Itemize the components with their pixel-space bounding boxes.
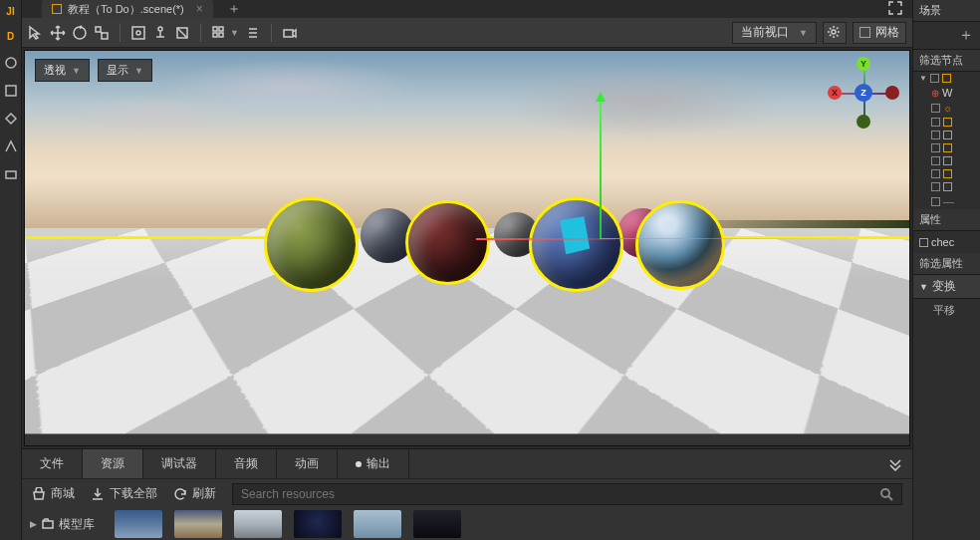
- center-panel: 教程（To Do）.scene(*) × ＋ ▼: [22, 0, 912, 540]
- tool-icon-5[interactable]: [4, 167, 18, 181]
- snap-tool-icon[interactable]: [130, 25, 146, 41]
- settings-button[interactable]: [823, 22, 847, 44]
- fullscreen-icon[interactable]: [888, 1, 902, 18]
- asset-thumb[interactable]: [115, 510, 162, 538]
- tree-node[interactable]: —: [913, 193, 980, 209]
- tool-icon-3[interactable]: [4, 112, 18, 126]
- close-tab-icon[interactable]: ×: [196, 2, 203, 16]
- scale-tool-icon[interactable]: [94, 25, 110, 41]
- rotate-tool-icon[interactable]: [72, 25, 88, 41]
- asset-thumb[interactable]: [354, 510, 401, 538]
- asset-folder[interactable]: ▶ 模型库: [30, 516, 95, 533]
- axis-y-arrow[interactable]: [600, 95, 602, 239]
- asset-thumb[interactable]: [234, 510, 282, 538]
- link-tool-icon[interactable]: [245, 25, 261, 41]
- filter-properties-header[interactable]: 筛选属性: [913, 253, 980, 275]
- tab-audio[interactable]: 音频: [216, 449, 277, 478]
- download-all-button[interactable]: 下载全部: [91, 485, 157, 502]
- axis-x-arrow[interactable]: [476, 238, 615, 240]
- gizmo-neg-x-axis[interactable]: [885, 86, 899, 100]
- gizmo-neg-y-axis[interactable]: [857, 115, 870, 129]
- resource-search-input[interactable]: [241, 487, 879, 501]
- gizmo-y-axis[interactable]: Y: [857, 57, 870, 71]
- tool-icon-2[interactable]: [4, 84, 18, 98]
- tab-output[interactable]: 输出: [338, 449, 409, 478]
- tree-node[interactable]: [913, 141, 980, 154]
- transform-tool-icon[interactable]: [174, 25, 190, 41]
- tree-light[interactable]: ☼: [913, 101, 980, 116]
- tab-animation[interactable]: 动画: [277, 449, 338, 478]
- grid-toggle-button[interactable]: 网格: [853, 22, 906, 44]
- svg-rect-2: [6, 171, 16, 178]
- tree-node[interactable]: [913, 180, 980, 193]
- tab-file[interactable]: 文件: [22, 449, 83, 478]
- scene-tab-title: 教程（To Do）.scene(*): [68, 2, 184, 17]
- view-mode-label: 透视: [44, 63, 66, 78]
- svg-rect-17: [43, 521, 53, 528]
- tree-node[interactable]: [913, 129, 980, 141]
- properties-checker[interactable]: chec: [913, 231, 980, 253]
- tab-debugger[interactable]: 调试器: [143, 449, 216, 478]
- axis-z-arrow[interactable]: [600, 238, 849, 239]
- viewport-container: 透视▼ 显示▼ Y X Z: [22, 48, 912, 448]
- viewport-mode-dropdown[interactable]: 当前视口 ▼: [732, 22, 817, 44]
- grid-icon: [859, 27, 870, 38]
- scene-tab-icon: [52, 4, 62, 14]
- display-mode-dropdown[interactable]: 显示▼: [98, 59, 152, 82]
- svg-rect-12: [213, 33, 217, 37]
- transform-section[interactable]: ▼变换: [913, 275, 980, 299]
- scene-panel-header: 场景: [913, 0, 980, 22]
- add-node-icon[interactable]: ＋: [958, 25, 974, 46]
- navigation-gizmo[interactable]: Y X Z: [828, 57, 899, 129]
- svg-point-8: [158, 27, 162, 31]
- grid-label: 网格: [875, 24, 899, 41]
- svg-rect-13: [219, 33, 223, 37]
- asset-thumbnails: [105, 510, 461, 538]
- sphere-chrome[interactable]: [635, 200, 725, 290]
- asset-browser: ▶ 模型库: [22, 508, 912, 540]
- asset-thumb[interactable]: [294, 510, 342, 538]
- view-mode-dropdown[interactable]: 透视▼: [35, 59, 90, 82]
- svg-rect-11: [219, 27, 223, 31]
- translate-property[interactable]: 平移: [913, 299, 980, 322]
- checker-icon: [919, 238, 928, 247]
- resource-search[interactable]: [232, 483, 902, 505]
- expand-icon[interactable]: ▶: [30, 519, 37, 529]
- refresh-button[interactable]: 刷新: [173, 485, 216, 502]
- app-logo-d: D: [7, 31, 14, 42]
- svg-point-0: [6, 58, 16, 68]
- camera-tool-icon[interactable]: [282, 25, 298, 41]
- tree-node[interactable]: [913, 167, 980, 180]
- move-tool-icon[interactable]: [50, 25, 66, 41]
- sun-icon: ☼: [943, 103, 952, 114]
- tool-icon-1[interactable]: [4, 56, 18, 70]
- add-node-row: ＋: [913, 22, 980, 50]
- tree-world[interactable]: ⊕W: [913, 85, 980, 101]
- tool-icon-4[interactable]: [4, 139, 18, 153]
- select-tool-icon[interactable]: [28, 25, 44, 41]
- asset-folder-label: 模型库: [59, 516, 95, 533]
- filter-nodes-header[interactable]: 筛选节点: [913, 50, 980, 72]
- add-tab-icon[interactable]: ＋: [227, 0, 241, 18]
- tree-node[interactable]: [913, 154, 980, 167]
- tab-resources[interactable]: 资源: [83, 449, 143, 478]
- gizmo-x-axis[interactable]: X: [828, 86, 842, 100]
- grid-snap-dropdown[interactable]: ▼: [211, 25, 239, 41]
- asset-thumb[interactable]: [174, 510, 222, 538]
- gizmo-z-axis[interactable]: Z: [855, 84, 872, 102]
- asset-thumb[interactable]: [413, 510, 461, 538]
- store-button[interactable]: 商城: [32, 485, 75, 502]
- sphere-red[interactable]: [405, 200, 490, 285]
- svg-rect-4: [96, 27, 101, 32]
- tree-node[interactable]: [913, 116, 980, 129]
- svg-rect-6: [132, 27, 144, 39]
- svg-rect-1: [6, 86, 16, 96]
- tree-root[interactable]: ▼: [913, 72, 980, 85]
- sphere-green[interactable]: [264, 197, 359, 292]
- viewport-3d[interactable]: 透视▼ 显示▼ Y X Z: [24, 50, 910, 446]
- svg-rect-14: [284, 30, 293, 37]
- scene-tab[interactable]: 教程（To Do）.scene(*) ×: [42, 0, 213, 18]
- search-icon[interactable]: [879, 487, 893, 501]
- expand-panel-icon[interactable]: [878, 449, 912, 478]
- pivot-tool-icon[interactable]: [152, 25, 168, 41]
